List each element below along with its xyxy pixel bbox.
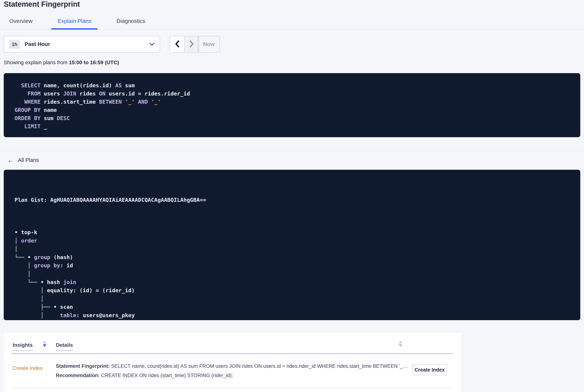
page-title: Statement Fingerprint [4, 0, 80, 8]
sql-statement-box: SELECT name, count(rides.id) AS sum FROM… [4, 73, 580, 137]
chevron-down-icon [149, 42, 155, 46]
table-header-divider [11, 354, 453, 354]
statement-fingerprint-value: SELECT name, count(rides.id) AS sum FROM… [110, 363, 408, 369]
plan-gist-box: Plan Gist: AgHUAQIABQAAAAHYAQIAiAEAAAADC… [4, 170, 580, 320]
create-index-button[interactable]: Create Index [412, 364, 447, 375]
arrow-left-icon: ← [7, 157, 14, 163]
now-button[interactable]: Now [198, 36, 220, 52]
prev-time-button[interactable] [170, 36, 184, 52]
tab-bar: Overview Explain Plans Diagnostics [0, 14, 584, 30]
statement-fingerprint-label: Statement Fingerprint: [56, 363, 110, 369]
sort-up-triangle [43, 341, 46, 344]
time-range-summary-range: 15:00 to 16:59 (UTC) [69, 60, 119, 65]
table-row-divider [11, 388, 453, 388]
column-header-insights[interactable]: Insights [13, 342, 32, 351]
plan-gist: Plan Gist: AgHUAQIABQAAAAHYAQIAiAEAAAADC… [14, 196, 580, 204]
sort-up-triangle [399, 341, 402, 344]
insights-table: Insights Details Create Index Statement … [4, 333, 461, 392]
statement-fingerprint-text: Statement Fingerprint: SELECT name, coun… [56, 363, 409, 369]
recommendation-label: Recommendation: [56, 373, 100, 378]
time-interval-label: Past Hour [24, 41, 50, 47]
all-plans-label: All Plans [18, 157, 39, 163]
statement-fingerprint-page: Statement Fingerprint Overview Explain P… [0, 0, 584, 392]
time-interval-badge: 1h [9, 40, 20, 49]
time-range-summary: Showing explain plans from 15:00 to 16:5… [4, 60, 119, 66]
section-divider [0, 150, 584, 151]
all-plans-link[interactable]: ← All Plans [7, 157, 39, 163]
recommendation-value: CREATE INDEX ON rides (start_time) STORI… [100, 373, 233, 378]
insight-type-link[interactable]: Create Index [13, 365, 42, 371]
chevron-right-icon [189, 40, 194, 48]
time-interval-dropdown[interactable]: 1h Past Hour [4, 36, 160, 52]
time-range-summary-prefix: Showing explain plans from [4, 60, 69, 65]
recommendation-text: Recommendation: CREATE INDEX ON rides (s… [56, 372, 409, 378]
time-nav-group [170, 36, 199, 52]
chevron-left-icon [175, 40, 180, 48]
tab-explain-plans[interactable]: Explain Plans [51, 14, 98, 29]
column-header-details[interactable]: Details [56, 342, 73, 351]
next-time-button[interactable] [184, 36, 199, 52]
plan-tree: • top-k│ order│└── • group (hash) │ grou… [14, 228, 580, 320]
tab-diagnostics[interactable]: Diagnostics [110, 14, 152, 29]
sort-down-triangle [399, 344, 402, 347]
sort-icon-details[interactable] [399, 341, 402, 347]
tab-overview[interactable]: Overview [3, 14, 39, 29]
sort-icon-insights[interactable] [43, 341, 46, 347]
sort-down-triangle [43, 344, 46, 347]
